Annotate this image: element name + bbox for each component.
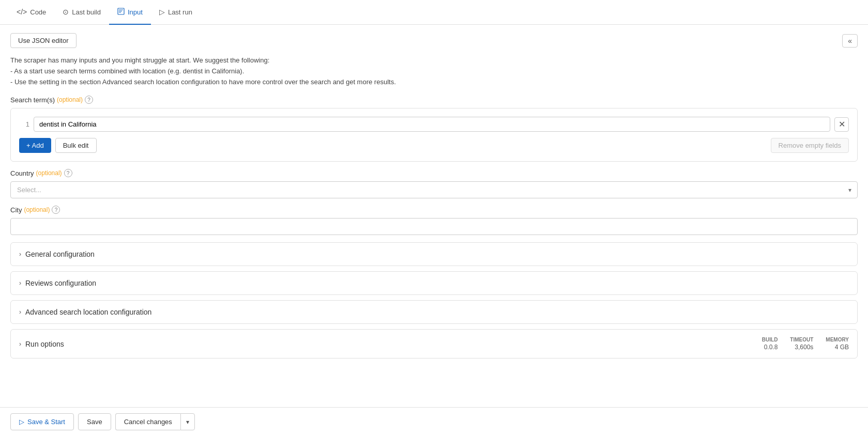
country-help-icon[interactable]: ? [64, 169, 72, 177]
run-options-left: › Run options [19, 340, 64, 348]
toolbar-row: Use JSON editor « [10, 33, 858, 48]
country-label: Country (optional) ? [10, 169, 858, 177]
advanced-search-label: Advanced search location configuration [25, 308, 151, 316]
run-options-chevron-icon: › [19, 340, 21, 348]
remove-empty-button[interactable]: Remove empty fields [771, 138, 849, 153]
memory-value: 4 GB [835, 344, 849, 351]
search-terms-label-text: Search term(s) [10, 96, 55, 104]
info-line1: The scraper has many inputs and you migh… [10, 55, 858, 66]
tab-code-label: Code [30, 8, 46, 16]
row-number-1: 1 [19, 120, 29, 128]
last-build-icon: ⊙ [63, 8, 69, 16]
country-select-wrapper: Select... ▾ [10, 181, 858, 198]
bulk-edit-button[interactable]: Bulk edit [55, 138, 97, 153]
tab-last-run-label: Last run [168, 8, 192, 16]
tab-input[interactable]: Input [109, 0, 151, 25]
tab-code[interactable]: </> Code [8, 0, 54, 25]
city-input[interactable] [10, 218, 858, 235]
input-icon [117, 8, 125, 17]
meta-build: BUILD 0.0.8 [762, 337, 778, 351]
general-config-header[interactable]: › General configuration [11, 243, 857, 266]
tab-last-build[interactable]: ⊙ Last build [54, 0, 109, 25]
run-options-meta: BUILD 0.0.8 TIMEOUT 3,600s MEMORY 4 GB [762, 337, 849, 351]
city-label: City (optional) ? [10, 206, 858, 214]
terms-actions: + Add Bulk edit Remove empty fields [19, 138, 849, 153]
build-label: BUILD [762, 337, 778, 342]
advanced-search-section: › Advanced search location configuration [10, 300, 858, 324]
search-terms-label: Search term(s) (optional) ? [10, 96, 858, 104]
search-term-row-1: 1 ✕ [19, 117, 849, 132]
general-config-section: › General configuration [10, 242, 858, 266]
tab-last-build-label: Last build [72, 8, 101, 16]
tab-input-label: Input [128, 8, 143, 16]
json-editor-button[interactable]: Use JSON editor [10, 33, 77, 48]
search-terms-box: 1 ✕ + Add Bulk edit Remove empty fields [10, 108, 858, 162]
search-term-input-1[interactable] [34, 117, 830, 132]
collapse-button[interactable]: « [842, 34, 858, 48]
meta-memory: MEMORY 4 GB [826, 337, 849, 351]
country-label-text: Country [10, 169, 34, 177]
tab-last-run[interactable]: ▷ Last run [151, 0, 201, 25]
run-options-label: Run options [25, 340, 64, 348]
terms-actions-left: + Add Bulk edit [19, 138, 97, 153]
add-term-button[interactable]: + Add [19, 138, 51, 153]
reviews-config-header[interactable]: › Reviews configuration [11, 272, 857, 294]
advanced-search-header[interactable]: › Advanced search location configuration [11, 301, 857, 323]
general-config-chevron-icon: › [19, 251, 21, 258]
remove-term-button-1[interactable]: ✕ [834, 117, 849, 132]
info-text: The scraper has many inputs and you migh… [10, 55, 858, 87]
timeout-value: 3,600s [795, 344, 813, 351]
run-options-section: › Run options BUILD 0.0.8 TIMEOUT 3,600s… [10, 329, 858, 359]
advanced-search-chevron-icon: › [19, 308, 21, 316]
reviews-config-section: › Reviews configuration [10, 271, 858, 295]
search-terms-help-icon[interactable]: ? [85, 96, 93, 104]
city-label-text: City [10, 206, 22, 214]
code-icon: </> [17, 8, 27, 16]
build-value: 0.0.8 [764, 344, 778, 351]
memory-label: MEMORY [826, 337, 849, 342]
country-select[interactable]: Select... [10, 181, 858, 198]
timeout-label: TIMEOUT [790, 337, 813, 342]
info-line2: - As a start use search terms combined w… [10, 66, 858, 77]
reviews-config-label: Reviews configuration [25, 279, 96, 287]
content-area: Use JSON editor « The scraper has many i… [0, 25, 868, 372]
reviews-config-chevron-icon: › [19, 279, 21, 287]
info-line3: - Use the setting in the section Advance… [10, 77, 858, 88]
meta-timeout: TIMEOUT 3,600s [790, 337, 813, 351]
city-help-icon[interactable]: ? [52, 206, 60, 214]
general-config-label: General configuration [25, 250, 95, 258]
search-terms-optional: (optional) [57, 96, 83, 103]
last-run-icon: ▷ [159, 8, 165, 16]
city-optional: (optional) [24, 206, 50, 213]
run-options-header[interactable]: › Run options BUILD 0.0.8 TIMEOUT 3,600s… [11, 330, 857, 358]
country-optional: (optional) [36, 169, 62, 177]
tabs-bar: </> Code ⊙ Last build Input ▷ Last run [0, 0, 868, 25]
